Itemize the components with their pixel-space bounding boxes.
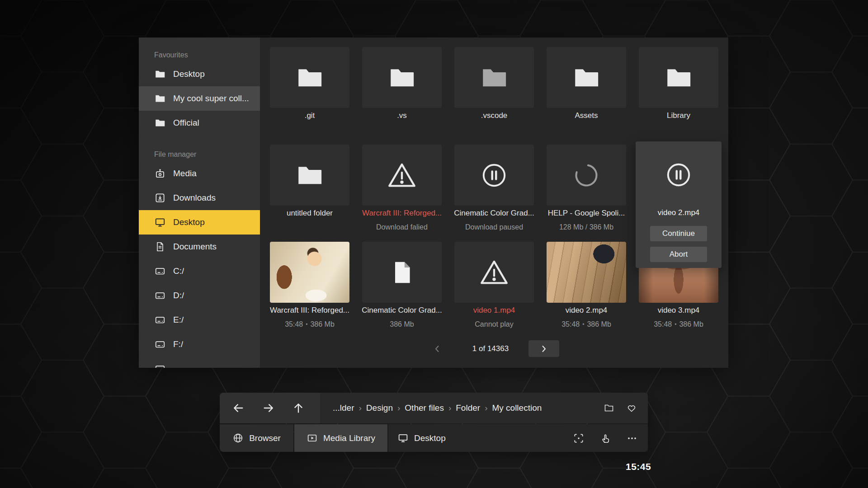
grid-item-untitled-folder[interactable]: untitled folder xyxy=(264,145,356,219)
grid-item-video2[interactable]: video 2.mp4 35:48•386 Mb xyxy=(540,242,632,330)
grid-item-library[interactable]: Library xyxy=(632,47,725,121)
file-meta: 35:48•386 Mb xyxy=(540,319,632,330)
pause-icon xyxy=(664,160,693,189)
next-page-button[interactable] xyxy=(528,340,559,357)
more-options-icon[interactable] xyxy=(626,432,638,444)
folder-icon xyxy=(154,68,166,80)
sidebar-item-desktop-favourite[interactable]: Desktop xyxy=(139,62,260,86)
expanded-tile-video2[interactable]: video 2.mp4 Continiue Abort xyxy=(636,141,722,268)
file-name: .vscode xyxy=(448,110,540,121)
favourite-heart-icon[interactable] xyxy=(626,403,637,413)
file-name: Cinematic Color Grad... xyxy=(448,208,540,219)
sidebar-item-downloads[interactable]: Downloads xyxy=(139,186,260,210)
breadcrumb-segment[interactable]: ...lder xyxy=(333,403,354,413)
media-library-icon xyxy=(307,432,318,444)
sidebar-item-desktop[interactable]: Desktop xyxy=(139,210,260,235)
grid-item-video1[interactable]: video 1.mp4 Cannot play xyxy=(448,242,540,330)
document-icon xyxy=(154,241,166,253)
tab-desktop[interactable]: Desktop xyxy=(388,424,648,452)
video-thumbnail xyxy=(547,242,626,303)
pagination: 1 of 14363 xyxy=(260,340,728,357)
grid-item-cinematic-download[interactable]: Cinematic Color Grad... Download paused xyxy=(448,145,540,233)
sidebar-item-drive-d[interactable]: D:/ xyxy=(139,283,260,308)
sidebar: Favourites Desktop My cool super coll...… xyxy=(139,38,260,368)
file-name: Warcraft III: Reforged... xyxy=(356,208,448,219)
file-name: .vs xyxy=(356,110,448,121)
folder-icon xyxy=(154,93,166,104)
drive-icon xyxy=(154,338,166,350)
tab-media-library[interactable]: Media Library xyxy=(294,424,387,452)
monitor-icon xyxy=(397,432,409,444)
toolbar-actions xyxy=(573,424,638,452)
drive-icon xyxy=(154,265,166,277)
grid-item-vs[interactable]: .vs xyxy=(356,47,448,121)
sidebar-item-drive-e[interactable]: E:/ xyxy=(139,308,260,332)
file-name: untitled folder xyxy=(264,208,356,219)
file-name: video 2.mp4 xyxy=(636,207,722,218)
breadcrumb-separator: › xyxy=(397,403,400,413)
breadcrumb-segment[interactable]: Design xyxy=(366,403,393,413)
file-name: .git xyxy=(264,110,356,121)
folder-icon xyxy=(295,160,325,190)
up-button[interactable] xyxy=(289,399,307,417)
sidebar-item-documents[interactable]: Documents xyxy=(139,235,260,259)
file-name: video 2.mp4 xyxy=(540,305,632,316)
grid-item-assets[interactable]: Assets xyxy=(540,47,632,121)
recenter-crosshair-icon[interactable] xyxy=(573,432,585,444)
folder-icon xyxy=(154,117,166,129)
sidebar-item-media[interactable]: Media xyxy=(139,161,260,186)
continue-button[interactable]: Continiue xyxy=(650,226,707,241)
grid-item-help-download[interactable]: HELP - Google Spoli... 128 Mb / 386 Mb xyxy=(540,145,632,233)
media-icon xyxy=(154,168,166,179)
file-meta: 386 Mb xyxy=(356,319,448,330)
grid-item-cinematic-file[interactable]: Cinematic Color Grad... 386 Mb xyxy=(356,242,448,330)
bottom-toolbar: ...lder › Design › Other files › Folder … xyxy=(220,393,648,452)
video-thumbnail xyxy=(270,242,349,303)
tab-browser[interactable]: Browser xyxy=(220,424,293,452)
drive-icon xyxy=(154,314,166,326)
breadcrumb-segment[interactable]: Other files xyxy=(405,403,444,413)
sidebar-item-drive-clipped[interactable] xyxy=(139,357,260,368)
sidebar-item-drive-f[interactable]: F:/ xyxy=(139,332,260,357)
file-meta: 35:48•386 Mb xyxy=(264,319,356,330)
warning-icon xyxy=(385,159,419,192)
file-name: Assets xyxy=(540,110,632,121)
file-name: HELP - Google Spoli... xyxy=(540,208,632,219)
breadcrumb-segment[interactable]: My collection xyxy=(492,403,542,413)
drive-icon xyxy=(154,290,166,301)
file-status: 128 Mb / 386 Mb xyxy=(540,222,632,233)
file-manager-window: Favourites Desktop My cool super coll...… xyxy=(139,38,728,368)
grid-item-warcraft-download[interactable]: Warcraft III: Reforged... Download falie… xyxy=(356,145,448,233)
grid-item-git[interactable]: .git xyxy=(264,47,356,121)
page-indicator: 1 of 14363 xyxy=(445,340,536,357)
file-name: Cinematic Color Grad... xyxy=(356,305,448,316)
file-name: video 3.mp4 xyxy=(632,305,725,316)
pause-icon xyxy=(480,161,509,190)
forward-button[interactable] xyxy=(259,399,278,417)
grid-item-warcraft-video[interactable]: Warcraft III: Reforged... 35:48•386 Mb xyxy=(264,242,356,330)
sidebar-item-my-cool-super-collection[interactable]: My cool super coll... xyxy=(139,86,260,111)
abort-button[interactable]: Abort xyxy=(650,247,707,262)
back-button[interactable] xyxy=(229,399,247,417)
file-status: Download falied xyxy=(356,222,448,233)
sidebar-item-drive-c[interactable]: C:/ xyxy=(139,259,260,283)
chevron-left-icon xyxy=(432,343,443,354)
downloads-icon xyxy=(154,192,166,204)
sidebar-item-official[interactable]: Official xyxy=(139,111,260,135)
file-meta: 35:48•386 Mb xyxy=(632,319,725,330)
breadcrumb-separator: › xyxy=(485,403,487,413)
hand-pointer-icon[interactable] xyxy=(599,432,611,444)
prev-page-button[interactable] xyxy=(428,340,446,357)
arrow-right-icon xyxy=(262,402,275,414)
globe-icon xyxy=(232,432,244,444)
file-grid: .git .vs .vscode Assets Library untitled… xyxy=(260,38,728,368)
sidebar-section-file-manager: File manager xyxy=(139,148,260,161)
clock: 15:45 xyxy=(626,461,651,472)
file-name: Warcraft III: Reforged... xyxy=(264,305,356,316)
warning-icon xyxy=(477,256,511,289)
folder-icon xyxy=(664,63,693,93)
folder-icon xyxy=(479,63,509,93)
grid-item-vscode[interactable]: .vscode xyxy=(448,47,540,121)
breadcrumb-segment[interactable]: Folder xyxy=(456,403,480,413)
new-folder-icon[interactable] xyxy=(604,403,614,413)
